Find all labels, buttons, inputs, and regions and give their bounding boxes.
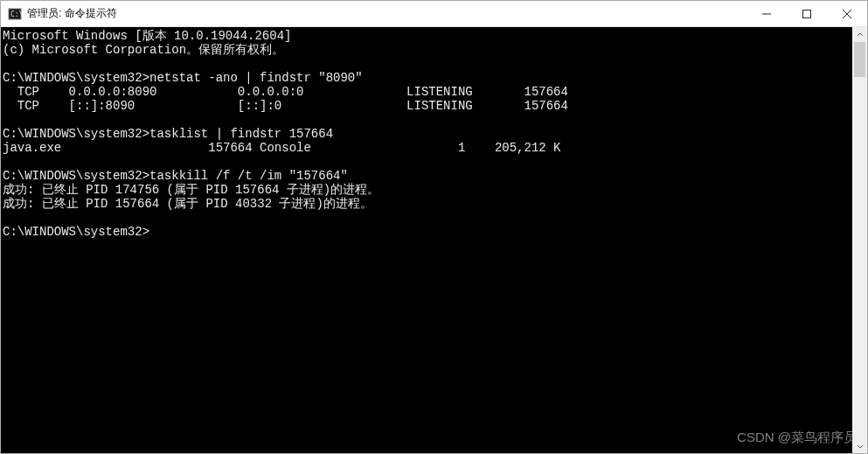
terminal-line: C:\WINDOWS\system32> (3, 225, 852, 239)
terminal-line: TCP [::]:8090 [::]:0 LISTENING 157664 (3, 99, 852, 113)
cmd-icon: C:\ (8, 7, 22, 21)
terminal-line: (c) Microsoft Corporation。保留所有权利。 (3, 43, 852, 57)
terminal-line: java.exe 157664 Console 1 205,212 K (3, 141, 852, 155)
terminal-line: TCP 0.0.0.0:8090 0.0.0.0:0 LISTENING 157… (3, 85, 852, 99)
terminal-output[interactable]: Microsoft Windows [版本 10.0.19044.2604](c… (1, 27, 852, 453)
terminal-line (3, 211, 852, 225)
vertical-scrollbar[interactable] (852, 27, 867, 453)
svg-text:C:\: C:\ (10, 10, 22, 18)
terminal-line: C:\WINDOWS\system32>taskkill /f /t /im "… (3, 169, 852, 183)
scroll-up-button[interactable] (852, 27, 867, 42)
scroll-track[interactable] (852, 42, 867, 438)
cmd-window: C:\ 管理员: 命令提示符 Microsoft Windows [版本 10.… (0, 0, 868, 454)
terminal-line: C:\WINDOWS\system32>tasklist | findstr 1… (3, 127, 852, 141)
terminal-line: C:\WINDOWS\system32>netstat -ano | finds… (3, 71, 852, 85)
close-button[interactable] (827, 1, 867, 26)
scroll-thumb[interactable] (854, 42, 865, 77)
terminal-line: 成功: 已终止 PID 157664 (属于 PID 40332 子进程)的进程… (3, 197, 852, 211)
titlebar[interactable]: C:\ 管理员: 命令提示符 (1, 1, 867, 27)
terminal-line: Microsoft Windows [版本 10.0.19044.2604] (3, 29, 852, 43)
terminal-line: 成功: 已终止 PID 174756 (属于 PID 157664 子进程)的进… (3, 183, 852, 197)
window-controls (746, 1, 867, 26)
scroll-down-button[interactable] (852, 438, 867, 453)
minimize-button[interactable] (746, 1, 787, 26)
terminal-line (3, 57, 852, 71)
client-area: Microsoft Windows [版本 10.0.19044.2604](c… (1, 27, 867, 453)
terminal-line (3, 113, 852, 127)
maximize-button[interactable] (787, 1, 827, 26)
terminal-line (3, 155, 852, 169)
svg-rect-3 (803, 10, 811, 17)
window-title: 管理员: 命令提示符 (27, 6, 746, 21)
